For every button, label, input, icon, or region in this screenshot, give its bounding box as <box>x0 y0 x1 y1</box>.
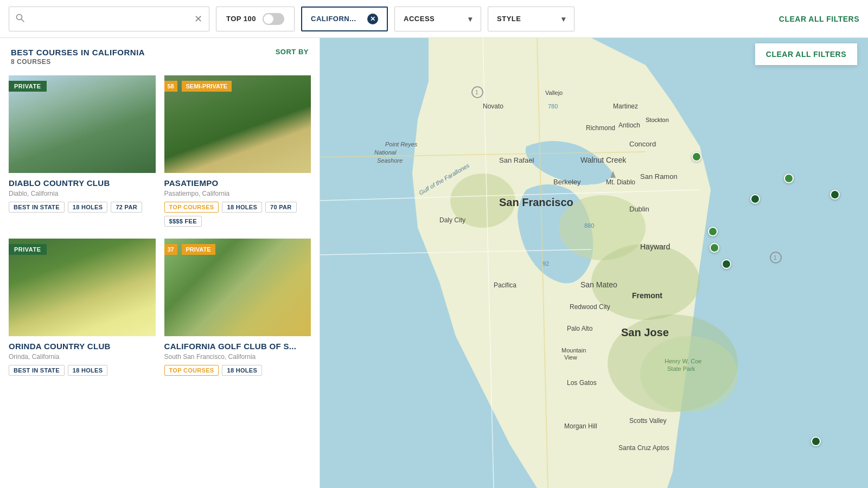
svg-text:Antioch: Antioch <box>618 121 640 129</box>
svg-text:Mt. Diablo: Mt. Diablo <box>606 178 635 186</box>
sort-by-button[interactable]: SORT BY <box>276 48 309 56</box>
panel-header: BEST COURSES IN CALIFORNIA 8 COURSES SOR… <box>0 38 320 71</box>
panel-subtitle: 8 COURSES <box>11 58 145 66</box>
svg-text:780: 780 <box>548 103 558 110</box>
california-clear-icon[interactable]: ✕ <box>367 14 378 24</box>
svg-text:Daly City: Daly City <box>439 216 465 224</box>
course-image-wrap: PRIVATE <box>9 239 156 336</box>
access-badge: PRIVATE <box>182 244 215 255</box>
course-tag: 18 HOLES <box>222 365 262 376</box>
svg-text:Concord: Concord <box>629 140 656 148</box>
svg-text:Santa Cruz Aptos: Santa Cruz Aptos <box>618 444 669 452</box>
search-box[interactable]: SAN FRANCISCO ✕ <box>9 7 209 31</box>
course-location: Pasatiempo, California <box>164 190 311 197</box>
svg-text:Novato: Novato <box>483 102 503 110</box>
svg-line-1 <box>22 19 24 22</box>
course-tag: TOP COURSES <box>164 365 219 376</box>
map-marker[interactable] <box>710 243 719 253</box>
search-icon <box>16 14 24 24</box>
svg-text:Pacifica: Pacifica <box>494 281 516 289</box>
course-info: DIABLO COUNTRY CLUB Diablo, California B… <box>9 173 156 216</box>
course-location: Orinda, California <box>9 353 156 361</box>
svg-text:Seashore: Seashore <box>377 157 403 164</box>
svg-text:National: National <box>374 149 397 156</box>
course-card-cagolf[interactable]: 37 PRIVATE CALIFORNIA GOLF CLUB OF S... … <box>164 239 311 379</box>
map-marker[interactable] <box>692 152 701 162</box>
svg-text:Mountain: Mountain <box>561 347 586 354</box>
search-clear-icon[interactable]: ✕ <box>194 13 202 25</box>
top100-switch[interactable] <box>263 13 284 25</box>
course-image-wrap: PRIVATE <box>9 75 156 173</box>
california-filter[interactable]: CALIFORN... ✕ <box>301 7 388 31</box>
svg-text:Point Reyes: Point Reyes <box>385 141 418 147</box>
svg-text:View: View <box>564 354 577 361</box>
course-tag: TOP COURSES <box>164 202 219 213</box>
svg-text:Redwood City: Redwood City <box>570 303 610 311</box>
top100-toggle[interactable]: TOP 100 <box>216 7 295 31</box>
svg-text:Stockton: Stockton <box>646 117 669 123</box>
svg-text:State Park: State Park <box>667 365 695 372</box>
course-name: PASATIEMPO <box>164 178 311 188</box>
svg-text:Palo Alto: Palo Alto <box>567 325 593 332</box>
course-tags: BEST IN STATE18 HOLES <box>9 365 156 376</box>
svg-text:1: 1 <box>774 255 777 261</box>
course-image-wrap: 37 PRIVATE <box>164 239 311 336</box>
svg-text:1: 1 <box>475 89 478 95</box>
course-card-orinda[interactable]: PRIVATE ORINDA COUNTRY CLUB Orinda, Cali… <box>9 239 156 379</box>
course-tag: 18 HOLES <box>68 202 108 213</box>
course-name: ORINDA COUNTRY CLUB <box>9 342 156 351</box>
course-info: CALIFORNIA GOLF CLUB OF S... South San F… <box>164 336 311 379</box>
style-dropdown[interactable]: STYLE ▾ <box>488 7 575 31</box>
map-clear-filters-button[interactable]: CLEAR ALL FILTERS <box>755 43 857 65</box>
svg-text:Berkeley: Berkeley <box>553 178 581 186</box>
course-card-pasatiempo[interactable]: 58 SEMI-PRIVATE PASATIEMPO Pasatiempo, C… <box>164 75 311 230</box>
rank-badge: 58 <box>164 81 177 92</box>
svg-text:San Mateo: San Mateo <box>580 280 617 289</box>
course-tag: BEST IN STATE <box>9 202 65 213</box>
svg-text:San Francisco: San Francisco <box>499 196 573 208</box>
course-tag: 18 HOLES <box>68 365 108 376</box>
top100-label: TOP 100 <box>226 15 256 23</box>
course-tag: 18 HOLES <box>222 202 262 213</box>
svg-text:Martinez: Martinez <box>613 102 638 110</box>
course-tag: 72 PAR <box>111 202 142 213</box>
access-badge: SEMI-PRIVATE <box>182 81 232 92</box>
course-tags: TOP COURSES18 HOLES <box>164 365 311 376</box>
style-label: STYLE <box>497 15 521 23</box>
map-marker[interactable] <box>830 190 840 200</box>
panel-header-text: BEST COURSES IN CALIFORNIA 8 COURSES <box>11 48 145 66</box>
map-marker[interactable] <box>811 436 821 446</box>
map-marker[interactable] <box>750 194 760 204</box>
access-dropdown[interactable]: ACCESS ▾ <box>394 7 481 31</box>
svg-point-53 <box>640 336 738 412</box>
course-tag: 70 PAR <box>265 202 297 213</box>
svg-text:Scotts Valley: Scotts Valley <box>629 417 666 425</box>
map-marker[interactable] <box>784 174 794 183</box>
style-chevron-icon: ▾ <box>561 15 566 23</box>
rank-badge: 37 <box>164 244 177 255</box>
course-tags: BEST IN STATE18 HOLES72 PAR <box>9 202 156 213</box>
course-card-diablo[interactable]: PRIVATE DIABLO COUNTRY CLUB Diablo, Cali… <box>9 75 156 230</box>
svg-text:Richmond: Richmond <box>586 124 615 132</box>
svg-text:Fremont: Fremont <box>632 291 662 300</box>
course-info: ORINDA COUNTRY CLUB Orinda, California B… <box>9 336 156 379</box>
filter-bar: SAN FRANCISCO ✕ TOP 100 CALIFORN... ✕ AC… <box>0 0 868 38</box>
course-tags: TOP COURSES18 HOLES70 PAR$$$$ FEE <box>164 202 311 227</box>
map-panel: San Francisco Walnut Creek San Mateo San… <box>320 38 868 488</box>
panel-title: BEST COURSES IN CALIFORNIA <box>11 48 145 57</box>
search-input[interactable]: SAN FRANCISCO <box>30 14 189 23</box>
left-panel: BEST COURSES IN CALIFORNIA 8 COURSES SOR… <box>0 38 320 488</box>
map-marker[interactable] <box>722 259 731 269</box>
svg-text:Los Gatos: Los Gatos <box>567 379 597 387</box>
clear-all-button[interactable]: CLEAR ALL FILTERS <box>779 15 859 23</box>
course-tag: BEST IN STATE <box>9 365 65 376</box>
course-location: South San Francisco, California <box>164 353 311 361</box>
map-background: San Francisco Walnut Creek San Mateo San… <box>320 38 868 488</box>
course-name: DIABLO COUNTRY CLUB <box>9 178 156 188</box>
access-label: ACCESS <box>404 15 435 23</box>
svg-text:Morgan Hill: Morgan Hill <box>564 422 597 430</box>
svg-text:San Rafael: San Rafael <box>499 156 534 164</box>
course-tag: $$$$ FEE <box>164 216 202 227</box>
map-marker[interactable] <box>708 227 718 236</box>
main-layout: BEST COURSES IN CALIFORNIA 8 COURSES SOR… <box>0 38 868 488</box>
